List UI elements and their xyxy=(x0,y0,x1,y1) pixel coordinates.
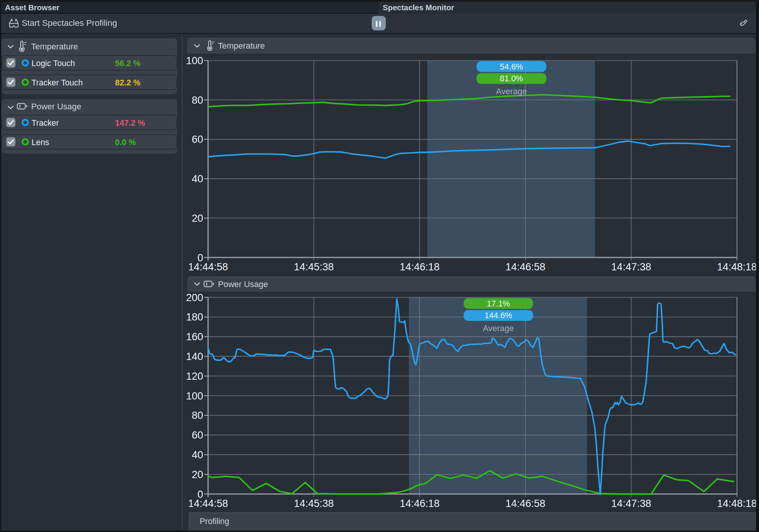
svg-text:54.6%: 54.6% xyxy=(500,62,523,71)
svg-text:14:47:38: 14:47:38 xyxy=(611,498,651,509)
svg-text:14:46:58: 14:46:58 xyxy=(505,261,545,273)
svg-text:14:46:18: 14:46:18 xyxy=(400,498,440,509)
svg-text:14:46:58: 14:46:58 xyxy=(505,498,545,509)
svg-text:180: 180 xyxy=(186,311,203,323)
svg-text:100: 100 xyxy=(186,390,203,402)
svg-text:60: 60 xyxy=(192,429,203,441)
svg-text:20: 20 xyxy=(192,469,203,480)
svg-text:17.1%: 17.1% xyxy=(487,299,510,308)
svg-text:120: 120 xyxy=(186,371,203,382)
svg-text:14:47:38: 14:47:38 xyxy=(611,261,651,273)
svg-text:Average: Average xyxy=(483,324,514,333)
svg-text:40: 40 xyxy=(192,173,203,185)
svg-text:60: 60 xyxy=(192,134,203,145)
svg-text:40: 40 xyxy=(192,449,203,461)
svg-text:200: 200 xyxy=(186,292,203,303)
svg-text:100: 100 xyxy=(186,55,203,66)
svg-text:14:45:38: 14:45:38 xyxy=(294,498,334,509)
svg-text:140: 140 xyxy=(186,351,203,362)
svg-text:14:46:18: 14:46:18 xyxy=(400,261,440,273)
svg-text:80: 80 xyxy=(192,410,203,421)
svg-text:144.6%: 144.6% xyxy=(484,311,512,320)
svg-text:81.0%: 81.0% xyxy=(500,74,523,83)
svg-text:Average: Average xyxy=(496,87,527,96)
svg-text:160: 160 xyxy=(186,331,203,343)
svg-text:80: 80 xyxy=(192,95,203,106)
svg-text:20: 20 xyxy=(192,213,203,224)
svg-text:14:45:38: 14:45:38 xyxy=(294,261,334,273)
svg-text:14:44:58: 14:44:58 xyxy=(188,498,228,509)
svg-text:14:48:18: 14:48:18 xyxy=(717,261,757,273)
svg-text:14:48:18: 14:48:18 xyxy=(717,498,757,509)
svg-text:14:44:58: 14:44:58 xyxy=(188,261,228,273)
